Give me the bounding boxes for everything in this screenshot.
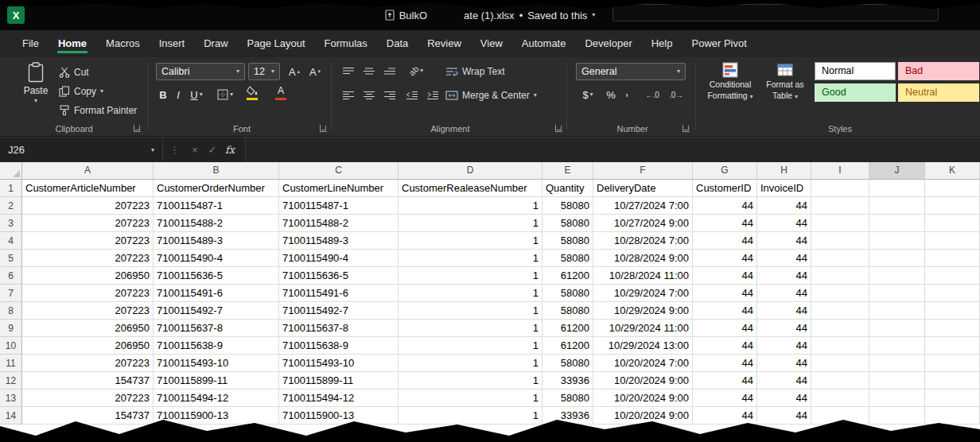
cell-K1[interactable] [925, 180, 980, 197]
tab-home[interactable]: Home [49, 30, 96, 56]
cell-I7[interactable] [811, 285, 869, 302]
cell-K2[interactable] [925, 197, 980, 215]
number-format-select[interactable]: General▾ [576, 63, 686, 80]
cell-H12[interactable]: 44 [757, 372, 811, 390]
cell-K4[interactable] [925, 232, 980, 250]
cell-F6[interactable]: 10/28/2024 11:00 [593, 267, 693, 285]
cell-C10[interactable]: 7100115638-9 [279, 337, 399, 355]
cell-G14[interactable]: 44 [693, 407, 757, 425]
cell-E3[interactable]: 58080 [542, 215, 593, 232]
font-size-select[interactable]: 12▾ [248, 63, 280, 80]
cell-A2[interactable]: 207223 [22, 197, 154, 215]
cell-C7[interactable]: 7100115491-6 [279, 285, 399, 302]
cell-F4[interactable]: 10/28/2024 7:00 [593, 232, 693, 250]
cell-J10[interactable] [869, 337, 925, 355]
cell-D3[interactable]: 1 [399, 215, 542, 232]
cell-I4[interactable] [811, 232, 869, 250]
align-right-button[interactable] [380, 87, 399, 103]
alignment-dialog-launcher-icon[interactable] [555, 125, 562, 132]
cell-B1[interactable]: CustomerOrderNumber [154, 180, 279, 197]
cell-I9[interactable] [811, 320, 869, 337]
select-all-button[interactable] [0, 162, 22, 180]
cell-K8[interactable] [925, 302, 980, 320]
cell-J8[interactable] [869, 302, 925, 320]
cell-J12[interactable] [869, 372, 925, 390]
cell-H2[interactable]: 44 [757, 197, 811, 215]
format-as-table-button[interactable]: Format as Table ▾ [760, 62, 810, 100]
cell-C2[interactable]: 7100115487-1 [279, 197, 399, 215]
cell-G7[interactable]: 44 [693, 285, 757, 302]
cell-F7[interactable]: 10/29/2024 7:00 [593, 285, 693, 302]
cell-F2[interactable]: 10/27/2024 7:00 [593, 197, 693, 215]
cell-J14[interactable] [869, 407, 925, 425]
orientation-button[interactable]: ab ▾ [402, 63, 430, 79]
cell-B13[interactable]: 7100115494-12 [154, 390, 279, 407]
cell-C4[interactable]: 7100115489-3 [279, 232, 399, 250]
cell-J6[interactable] [869, 267, 925, 285]
paste-button[interactable]: Paste ▾ [16, 62, 56, 104]
increase-font-size-button[interactable]: A▴ [285, 64, 304, 79]
align-center-button[interactable] [360, 87, 379, 103]
cell-B5[interactable]: 7100115490-4 [154, 250, 279, 267]
cell-C1[interactable]: CustomerLineNumber [279, 180, 399, 197]
formula-input[interactable] [245, 138, 980, 162]
cell-A11[interactable]: 207223 [22, 355, 154, 372]
cell-H6[interactable]: 44 [757, 267, 811, 285]
cell-F14[interactable]: 10/20/2024 9:00 [593, 407, 693, 425]
clipboard-dialog-launcher-icon[interactable] [134, 125, 141, 132]
title-chevron-down-icon[interactable]: ▾ [592, 12, 595, 18]
cell-G10[interactable]: 44 [693, 337, 757, 355]
row-header-1[interactable]: 1 [0, 180, 22, 197]
wrap-text-button[interactable]: Wrap Text [445, 64, 505, 79]
increase-decimal-button[interactable]: ←.0 [641, 87, 663, 103]
fill-color-button[interactable] [240, 85, 264, 101]
cell-K12[interactable] [925, 372, 980, 390]
cell-E2[interactable]: 58080 [542, 197, 593, 215]
column-header-J[interactable]: J [869, 162, 925, 180]
tab-macros[interactable]: Macros [96, 30, 150, 56]
cell-B11[interactable]: 7100115493-10 [154, 355, 279, 372]
cell-B3[interactable]: 7100115488-2 [154, 215, 279, 232]
row-header-12[interactable]: 12 [0, 372, 22, 390]
cell-J3[interactable] [869, 215, 925, 232]
cell-B10[interactable]: 7100115638-9 [154, 337, 279, 355]
cell-K3[interactable] [925, 215, 980, 232]
cell-G2[interactable]: 44 [693, 197, 757, 215]
cell-E10[interactable]: 61200 [542, 337, 593, 355]
column-header-G[interactable]: G [693, 162, 757, 180]
cell-D6[interactable]: 1 [399, 267, 542, 285]
merge-center-button[interactable]: Merge & Center ▾ [445, 87, 537, 103]
cell-F8[interactable]: 10/29/2024 9:00 [593, 302, 693, 320]
cell-B14[interactable]: 7100115900-13 [154, 407, 279, 425]
column-header-A[interactable]: A [22, 162, 154, 180]
cell-B8[interactable]: 7100115492-7 [154, 302, 279, 320]
cell-K14[interactable] [925, 407, 980, 425]
copy-button[interactable]: Copy ▾ [59, 83, 103, 99]
cell-style-normal[interactable]: Normal [815, 62, 896, 80]
cell-B7[interactable]: 7100115491-6 [154, 285, 279, 302]
cell-F1[interactable]: DeliveryDate [593, 180, 693, 197]
cut-button[interactable]: Cut [59, 64, 89, 80]
cell-D13[interactable]: 1 [399, 390, 542, 407]
number-dialog-launcher-icon[interactable] [682, 125, 690, 132]
row-header-3[interactable]: 3 [0, 215, 22, 232]
cancel-icon[interactable]: × [186, 144, 204, 156]
cell-I6[interactable] [811, 267, 869, 285]
cell-E6[interactable]: 61200 [542, 267, 593, 285]
cell-B9[interactable]: 7100115637-8 [154, 320, 279, 337]
cell-D7[interactable]: 1 [399, 285, 542, 302]
cell-B6[interactable]: 7100115636-5 [154, 267, 279, 285]
cell-D9[interactable]: 1 [399, 320, 542, 337]
cell-F3[interactable]: 10/27/2024 9:00 [593, 215, 693, 232]
cell-A10[interactable]: 206950 [22, 337, 154, 355]
cell-I5[interactable] [811, 250, 869, 267]
cell-B4[interactable]: 7100115489-3 [154, 232, 279, 250]
increase-indent-button[interactable] [423, 87, 442, 103]
cell-E5[interactable]: 58080 [542, 250, 593, 267]
cell-J1[interactable] [869, 180, 925, 197]
name-box[interactable]: J26 ▾ [0, 138, 163, 162]
cell-H1[interactable]: InvoiceID [757, 180, 811, 197]
row-header-2[interactable]: 2 [0, 197, 22, 215]
cell-H9[interactable]: 44 [757, 320, 811, 337]
cell-A1[interactable]: CustomerArticleNumber [22, 180, 154, 197]
